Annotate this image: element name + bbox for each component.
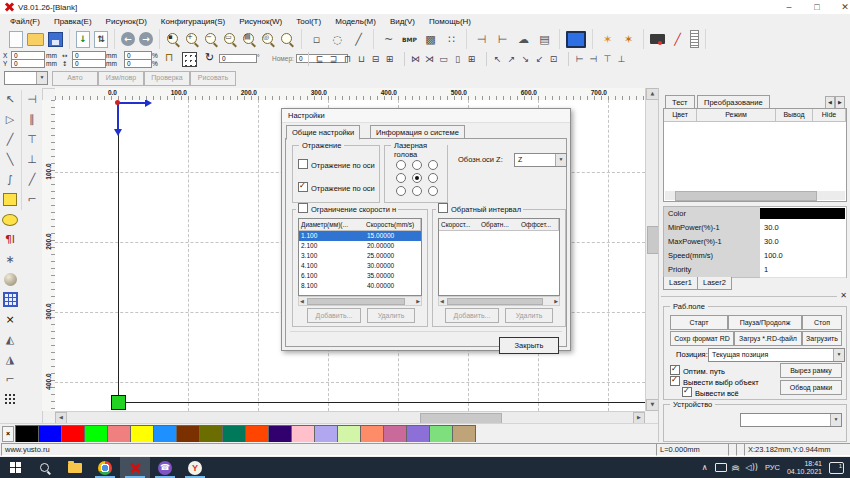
bmp-invert-icon[interactable]: BMP [401,31,418,48]
speed-limit-checkbox[interactable]: Ограничение скорости н [296,203,398,214]
redo-icon[interactable]: → [139,32,153,46]
dialog-title[interactable]: Настройки [282,109,570,123]
menu-item-Рисунок(W)[interactable]: Рисунок(W) [233,17,288,26]
laser-head-position-8[interactable] [412,186,422,196]
color-swatch[interactable] [222,425,246,443]
color-swatch[interactable] [452,425,476,443]
color-swatch[interactable] [38,425,62,443]
pause-continue-button[interactable]: Пауза/Продолж [728,315,802,330]
speed-table-scrollbar[interactable]: ◀ ▶ [298,296,422,306]
close-button[interactable]: ✕ [832,0,850,14]
export-device-icon[interactable]: ⇅ [94,31,108,48]
same-width-icon[interactable]: ⋈ [410,52,421,65]
device-select[interactable]: ▼ [740,413,842,427]
menu-item-Правка(E)[interactable]: Правка(E) [48,17,98,26]
rotate-icon[interactable]: ↻ [205,51,214,64]
menu-item-Конфигурация(S)[interactable]: Конфигурация(S) [155,17,231,26]
measure-line-tool[interactable]: ╱ [23,170,41,189]
ellipse-tool[interactable] [1,210,19,229]
color-swatch[interactable] [130,425,154,443]
chrome-button[interactable] [90,457,120,478]
zoom-page-icon[interactable]: ▤ [242,32,257,47]
mirror-v-tool[interactable]: ◮ [1,350,19,369]
space-horizontal-icon[interactable]: ⊣ [473,31,490,48]
viber-button[interactable]: ☎ [150,457,180,478]
laser-head-position-7[interactable] [396,186,406,196]
select-rect-icon[interactable]: ▫ [308,31,325,48]
dim-horizontal-tool[interactable]: ⊣ [23,90,41,109]
stop-button[interactable]: Стоп [802,315,842,330]
color-value-swatch[interactable] [760,208,845,219]
menu-item-Вид(V)[interactable]: Вид(V) [384,17,421,26]
laser-head-position-4[interactable] [396,173,406,183]
dim-top-tool[interactable]: ⊤ [23,130,41,149]
menu-item-Tool(T)[interactable]: Tool(T) [290,17,327,26]
color-swatch[interactable] [314,425,338,443]
ruler-icon[interactable] [690,30,699,48]
download-button[interactable]: Загрузить [802,331,842,346]
color-swatch[interactable] [268,425,292,443]
color-swatch[interactable] [383,425,407,443]
mode-select[interactable]: ▼ [4,71,48,85]
maximize-button[interactable]: □ [804,0,830,14]
mirror-h-tool[interactable]: ◭ [1,330,19,349]
pick-point-icon[interactable]: ◌ [329,31,346,48]
mirror-x-checkbox[interactable]: Отражение по оси [298,159,375,170]
color-swatch[interactable] [337,425,361,443]
new-file-icon[interactable] [9,31,23,48]
tab-general-settings[interactable]: Общие настройки [286,125,360,140]
laser-head-position-5[interactable] [412,173,422,183]
align-top-icon[interactable]: ⊓ [342,52,353,65]
space-vertical-icon[interactable]: ⊢ [494,31,511,48]
edit-pen-icon[interactable]: ╱ [350,31,367,48]
speed-table-row[interactable]: 4.10030.00000 [299,261,421,271]
rdworks-button[interactable] [120,457,150,478]
prop-value-Priority[interactable]: 1 [760,263,846,278]
backlash-delete-button[interactable]: Удалить [505,308,553,323]
search-button[interactable] [30,457,60,478]
zoom-out-icon[interactable]: − [204,32,219,47]
same-size-icon[interactable]: ⊞ [466,52,477,65]
button-Изм/повр[interactable]: Изм/повр [98,71,144,86]
color-swatch[interactable] [15,425,39,443]
node-edit-icon[interactable]: ∷ [443,31,460,48]
color-swatch[interactable] [291,425,315,443]
same-size-v-icon[interactable]: ▯ [452,52,463,65]
laser-head-position-6[interactable] [428,173,438,183]
camera-icon[interactable] [650,34,665,44]
anchor-bottom-left-icon[interactable]: ↙ [534,52,545,65]
edge-right-icon[interactable]: ⊣ [588,52,599,65]
laser-simulate-icon[interactable]: ✶ [599,31,616,48]
align-right-icon[interactable]: ⊒ [328,52,339,65]
tab-transform[interactable]: Преобразование [697,95,770,109]
speed-delete-button[interactable]: Удалить [367,308,415,323]
laser-position-handle[interactable] [111,395,126,410]
save-file-icon[interactable] [48,32,63,47]
same-size-h-icon[interactable]: ▭ [438,52,449,65]
delete-tool[interactable]: × [1,310,19,329]
speed-table-row[interactable]: 6.10035.00000 [299,271,421,281]
speed-table-row[interactable]: 2.10020.00000 [299,241,421,251]
anchor-bottom-right-icon[interactable]: ↘ [520,52,531,65]
position-select[interactable]: Текущая позиция▼ [708,348,845,362]
speed-table-row[interactable]: 8.10040.00000 [299,281,421,291]
menu-item-Рисунок(D)[interactable]: Рисунок(D) [100,17,153,26]
align-center-h-icon[interactable]: ⊟ [370,52,381,65]
grid-fill-tool[interactable] [1,290,19,309]
color-swatch[interactable] [199,425,223,443]
no-color-button[interactable]: × [2,426,14,442]
laser-head-position-1[interactable] [396,160,406,170]
zoom-in-icon[interactable]: + [185,32,200,47]
color-swatch[interactable] [84,425,108,443]
prop-value-Speed(mm/s)[interactable]: 100.0 [760,249,846,264]
open-file-icon[interactable] [27,33,44,46]
anchor-top-left-icon[interactable]: ↖ [492,52,503,65]
laser-head-position-3[interactable] [428,160,438,170]
select-tool[interactable]: ↖ [1,90,19,109]
yandex-button[interactable]: Y [180,457,210,478]
parallel-lines-tool[interactable]: ∥ [23,110,41,129]
optimize-path-checkbox[interactable]: Оптим. путь [670,365,725,376]
bezier-tool[interactable]: ∫ [1,170,19,189]
measure-pen-icon[interactable]: ╱ [669,31,686,48]
load-rd-button[interactable]: Загруз *.RD-файл [734,331,802,346]
